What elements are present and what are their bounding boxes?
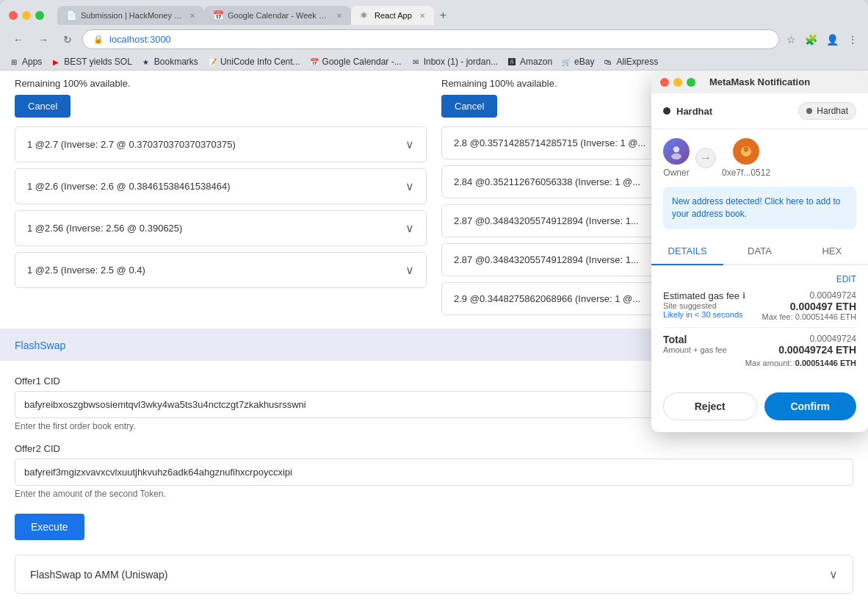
menu-icon[interactable]: ⋮ — [846, 32, 859, 47]
url-actions: ☆ 🧩 👤 ⋮ — [785, 32, 859, 47]
owner-avatar-icon — [668, 143, 684, 159]
tab-label-react: React App — [375, 11, 412, 20]
bookmark-apps[interactable]: ⊞ Apps — [9, 57, 42, 67]
bookmark-google-cal[interactable]: 📅 Google Calendar -... — [309, 57, 402, 67]
confirm-button[interactable]: Confirm — [764, 392, 857, 420]
unicode-icon: 📝 — [207, 57, 217, 67]
mm-tab-hex-label: HEX — [822, 245, 842, 256]
reject-button[interactable]: Reject — [663, 392, 757, 420]
youtube-icon: ▶ — [51, 57, 61, 67]
mm-tab-details[interactable]: DETAILS — [651, 238, 723, 265]
new-tab-button[interactable]: + — [434, 6, 452, 25]
maximize-window-button[interactable] — [35, 11, 44, 20]
tab-close-calendar[interactable]: ✕ — [336, 12, 342, 20]
browser-window: 📄 Submission | HackMoney 2022 ✕ 📅 Google… — [0, 0, 868, 607]
tab-calendar[interactable]: 📅 Google Calendar - Week of M... ✕ — [204, 6, 351, 25]
order-item-text: 1 @2.5 (Inverse: 2.5 @ 0.4) — [27, 265, 145, 276]
mm-divider — [663, 327, 856, 328]
mm-minimize-button[interactable] — [673, 78, 682, 87]
mm-info-icon[interactable]: ℹ — [742, 291, 745, 301]
offer2-group: Offer2 CID Enter the amount of the secon… — [15, 443, 853, 499]
tab-favicon-submission: 📄 — [66, 10, 76, 21]
mm-site-suggested: Site suggested — [663, 301, 745, 310]
tab-favicon-react: ⚛ — [360, 10, 370, 21]
list-item[interactable]: 1 @2.5 (Inverse: 2.5 @ 0.4) ∨ — [15, 252, 427, 288]
order-item-text: 1 @2.7 (Inverse: 2.7 @ 0.370370370370370… — [27, 139, 236, 150]
bookmarks-bar: ⊞ Apps ▶ BEST yields SOL ★ Bookmarks 📝 U… — [0, 54, 868, 71]
list-item[interactable]: 1 @2.56 (Inverse: 2.56 @ 0.390625) ∨ — [15, 210, 427, 246]
close-window-button[interactable] — [9, 11, 18, 20]
mm-maximize-button[interactable] — [687, 78, 695, 87]
minimize-window-button[interactable] — [22, 11, 31, 20]
cancel-button-left[interactable]: Cancel — [15, 95, 70, 118]
bookmark-star-icon[interactable]: ☆ — [785, 32, 798, 47]
mm-gas-fee-eth: 0.000497 ETH — [762, 301, 856, 312]
bookmark-gcal-label: Google Calendar -... — [322, 57, 402, 67]
ebay-icon: 🛒 — [561, 57, 571, 67]
mm-max-fee-value: 0.00051446 ETH — [795, 312, 856, 321]
mm-total-row: Total Amount + gas fee 0.00049724 0.0004… — [663, 334, 856, 369]
mm-likely-time: Likely in < 30 seconds — [663, 310, 745, 319]
lock-icon: 🔒 — [93, 35, 104, 44]
mm-total-values: 0.00049724 0.00049724 ETH Max amount: 0.… — [745, 334, 856, 369]
mm-close-button[interactable] — [660, 78, 669, 87]
list-item[interactable]: 1 @2.7 (Inverse: 2.7 @ 0.370370370370370… — [15, 126, 427, 162]
chevron-down-icon: ∨ — [405, 221, 414, 235]
chevron-down-icon: ∨ — [829, 567, 838, 581]
mm-max-amount-label: Max amount: — [745, 359, 792, 367]
mm-gas-fee-values: 0.00049724 0.000497 ETH Max fee: 0.00051… — [762, 290, 856, 321]
bookmark-apps-label: Apps — [22, 57, 42, 67]
mm-alert-text: New address detected! Click here to add … — [672, 196, 840, 219]
tab-close-submission[interactable]: ✕ — [189, 12, 195, 20]
tab-close-react[interactable]: ✕ — [419, 12, 425, 20]
offer2-label: Offer2 CID — [15, 443, 853, 454]
bookmark-bookmarks[interactable]: ★ Bookmarks — [141, 57, 198, 67]
order-item-text: 1 @2.56 (Inverse: 2.56 @ 0.390625) — [27, 223, 182, 234]
offer2-input[interactable] — [15, 459, 853, 486]
bookmark-inbox[interactable]: ✉ Inbox (1) - jordan... — [411, 57, 498, 67]
forward-button[interactable]: → — [34, 31, 53, 49]
mm-to-section: 0xe7f...0512 — [722, 138, 770, 178]
mm-arrow-button[interactable]: → — [695, 148, 716, 168]
flashswap-amm-label: FlashSwap to AMM (Uniswap) — [30, 569, 168, 581]
mm-edit-link[interactable]: EDIT — [663, 274, 856, 284]
bookmark-aliexpress[interactable]: 🛍 AliExpress — [603, 57, 658, 67]
mm-account: Hardhat — [663, 106, 712, 117]
mm-title-text: MetaMask Notification — [709, 76, 810, 87]
url-bar[interactable]: 🔒 localhost:3000 — [82, 29, 779, 49]
bookmark-ebay[interactable]: 🛒 eBay — [561, 57, 594, 67]
tab-react-app[interactable]: ⚛ React App ✕ — [351, 6, 434, 25]
mm-title-bar: MetaMask Notification — [651, 71, 868, 93]
bookmark-amazon[interactable]: 🅰 Amazon — [507, 57, 552, 67]
mm-tab-hex[interactable]: HEX — [796, 238, 868, 265]
aliexpress-icon: 🛍 — [603, 57, 613, 67]
bookmark-inbox-label: Inbox (1) - jordan... — [424, 57, 498, 67]
mm-from-section: Owner — [663, 138, 690, 178]
svg-point-1 — [671, 154, 681, 159]
profile-icon[interactable]: 👤 — [825, 32, 840, 47]
mm-alert-banner[interactable]: New address detected! Click here to add … — [663, 187, 856, 229]
list-item[interactable]: 1 @2.6 (Inverse: 2.6 @ 0.384615384615384… — [15, 168, 427, 204]
execute-button[interactable]: Execute — [15, 514, 84, 540]
bookmark-unicode[interactable]: 📝 UniCode Info Cent... — [207, 57, 300, 67]
mm-from-avatar — [663, 138, 690, 165]
bookmark-aliexpress-label: AliExpress — [616, 57, 658, 67]
receiver-avatar-icon — [738, 143, 754, 159]
url-text: localhost:3000 — [109, 34, 768, 45]
mm-from-label: Owner — [663, 168, 689, 178]
flashswap-amm-row[interactable]: FlashSwap to AMM (Uniswap) ∨ — [15, 555, 853, 594]
tab-submission[interactable]: 📄 Submission | HackMoney 2022 ✕ — [57, 6, 204, 25]
amazon-icon: 🅰 — [507, 57, 517, 67]
cancel-button-right[interactable]: Cancel — [441, 95, 497, 118]
chevron-down-icon: ∨ — [405, 263, 414, 277]
extensions-icon[interactable]: 🧩 — [803, 32, 819, 47]
order-item-text: 2.9 @0.3448275862068966 (Inverse: 1 @... — [454, 293, 640, 304]
refresh-button[interactable]: ↻ — [59, 31, 76, 49]
mm-actions: Reject Confirm — [651, 384, 868, 432]
bookmark-best-yields[interactable]: ▶ BEST yields SOL — [51, 57, 131, 67]
back-button[interactable]: ← — [9, 31, 28, 49]
mm-tab-data[interactable]: DATA — [723, 238, 795, 265]
order-item-text: 2.84 @0.352112676056338 (Inverse: 1 @... — [454, 176, 640, 187]
offer2-hint: Enter the amount of the second Token. — [15, 489, 853, 499]
address-bar: ← → ↻ 🔒 localhost:3000 ☆ 🧩 👤 ⋮ — [0, 25, 868, 54]
